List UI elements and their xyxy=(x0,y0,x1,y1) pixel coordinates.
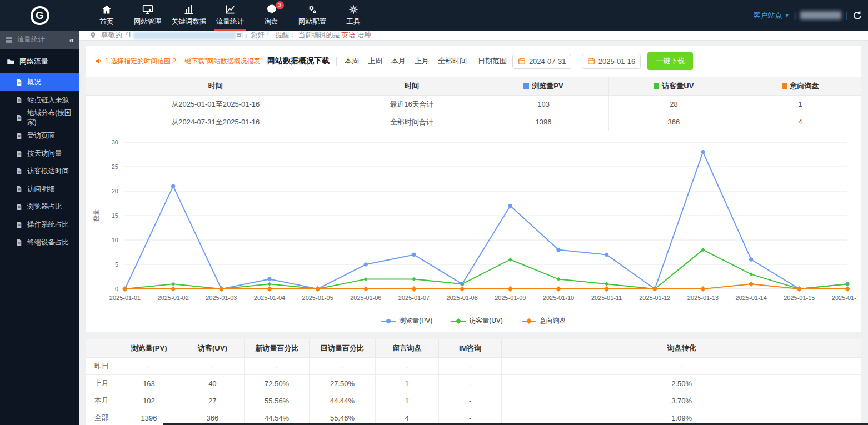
table-cell: 366 xyxy=(608,113,739,131)
announcement-text: 1.选择指定的时间范围 2.一键下载"网站数据概况报表" xyxy=(105,57,263,66)
collapse-sidebar-icon[interactable]: « xyxy=(69,35,74,44)
quick-range-5[interactable]: 全部时间 xyxy=(438,56,467,66)
quick-range-2[interactable]: 上周 xyxy=(368,56,382,66)
summary-col-header: 访客量UV xyxy=(608,77,739,96)
summary-table: 时间时间浏览量PV访客量UV意向询盘从2025-01-01至2025-01-16… xyxy=(86,77,861,131)
sidebar-item-label: 终端设备占比 xyxy=(27,238,69,247)
collapse-group-icon[interactable]: − xyxy=(68,57,73,66)
sidebar-item-8[interactable]: 浏览器占比 xyxy=(0,198,79,216)
sidebar-item-10[interactable]: 终端设备占比 xyxy=(0,233,79,251)
nav-item-5[interactable]: 询盘3 xyxy=(251,0,292,31)
file-icon xyxy=(16,186,23,193)
table-header-row: 浏览量(PV)访客(UV)新访量百分比回访量百分比留言询盘IM咨询询盘转化 xyxy=(86,339,861,358)
row-label: 全部 xyxy=(86,409,117,425)
svg-text:2025-01-08: 2025-01-08 xyxy=(447,294,478,301)
sidebar-menu: 概况站点链入来源地域分布(按国家)受访页面按天访问量访客抵达时间访问明细浏览器占… xyxy=(0,73,79,251)
nav-item-1[interactable]: 首页 xyxy=(86,0,127,31)
nav-item-label: 首页 xyxy=(100,17,114,27)
table-cell: - xyxy=(439,392,502,409)
refresh-icon[interactable] xyxy=(852,11,862,21)
table-cell: - xyxy=(117,358,181,375)
customer-site-label: 客户站点 xyxy=(754,11,782,21)
quick-range-1[interactable]: 本周 xyxy=(345,56,359,66)
table-row: 从2025-01-01至2025-01-16最近16天合计103281 xyxy=(86,96,861,113)
date-to-input[interactable]: 2025-01-16 xyxy=(582,54,641,69)
sidebar-item-1[interactable]: 概况 xyxy=(0,73,79,91)
username-censored xyxy=(800,11,841,19)
logo-g-icon: G xyxy=(31,6,49,25)
traffic-stats-icon xyxy=(225,4,236,15)
nav-item-2[interactable]: 网站管理 xyxy=(127,0,168,31)
quick-range-3[interactable]: 本月 xyxy=(391,56,406,66)
website-manage-icon xyxy=(142,4,153,15)
row-label: 本月 xyxy=(86,392,117,409)
quick-range-4[interactable]: 上月 xyxy=(415,56,429,66)
table-cell: 从2024-07-31至2025-01-16 xyxy=(86,113,345,131)
sidebar-item-6[interactable]: 访客抵达时间 xyxy=(0,162,79,180)
tools-icon xyxy=(348,4,359,15)
customer-site-dropdown[interactable]: 客户站点 ▼ xyxy=(754,11,790,21)
file-icon xyxy=(16,203,23,211)
one-click-download-button[interactable]: 一键下载 xyxy=(647,52,693,70)
svg-text:数量: 数量 xyxy=(93,209,99,222)
divider: | xyxy=(846,11,848,20)
sidebar-item-5[interactable]: 按天访问量 xyxy=(0,144,79,162)
legend-item-3[interactable]: 意向询盘 xyxy=(522,316,566,326)
nav-item-label: 网站管理 xyxy=(134,17,162,27)
sidebar-item-label: 概况 xyxy=(27,78,41,87)
file-icon xyxy=(16,221,23,228)
location-pin-icon xyxy=(89,32,97,39)
navbar-right: 客户站点 ▼ | | xyxy=(754,0,862,31)
inquiry-icon xyxy=(266,4,277,15)
table-row: 从2024-07-31至2025-01-16全部时间合计13963664 xyxy=(86,113,861,131)
sidebar-header: 流量统计 « xyxy=(0,31,79,49)
date-from-input[interactable]: 2024-07-31 xyxy=(512,54,572,69)
nav-item-6[interactable]: 网站配置 xyxy=(292,0,333,31)
sidebar-item-4[interactable]: 受访页面 xyxy=(0,127,79,144)
legend-label: 意向询盘 xyxy=(540,316,566,326)
table-header-row: 时间时间浏览量PV访客量UV意向询盘 xyxy=(86,77,861,96)
sidebar-item-label: 访客抵达时间 xyxy=(27,167,69,176)
nav-item-3[interactable]: 关键词数据 xyxy=(168,0,209,31)
svg-text:2025-01-09: 2025-01-09 xyxy=(495,294,526,301)
divider xyxy=(336,57,337,66)
summary-col-header: 意向询盘 xyxy=(739,77,861,96)
nav-item-label: 询盘 xyxy=(265,17,278,27)
table-cell: 1 xyxy=(739,96,861,113)
series-color-swatch xyxy=(523,83,529,89)
summary-col-header: 时间 xyxy=(345,77,478,96)
detail-col-header: 浏览量(PV) xyxy=(117,339,181,358)
legend-item-1[interactable]: 浏览量(PV) xyxy=(381,316,432,326)
table-cell: 163 xyxy=(117,375,181,392)
svg-text:2025-01-02: 2025-01-02 xyxy=(158,294,189,301)
detail-col-header: 回访量百分比 xyxy=(310,339,376,358)
sidebar-item-label: 访问明细 xyxy=(27,184,55,194)
company-name-censored xyxy=(133,32,236,39)
table-cell: 27 xyxy=(181,392,244,409)
calendar-icon xyxy=(518,57,526,65)
notification-badge: 3 xyxy=(276,1,284,9)
legend-item-2[interactable]: 访客量(UV) xyxy=(451,316,503,326)
sidebar-item-3[interactable]: 地域分布(按国家) xyxy=(0,109,79,127)
sidebar-item-label: 浏览器占比 xyxy=(27,202,62,212)
table-row: 上月1634072.50%27.50%1-2.50% xyxy=(86,375,861,392)
sidebar-item-7[interactable]: 访问明细 xyxy=(0,180,79,198)
table-cell: 72.50% xyxy=(245,375,310,392)
sidebar-group-label: 网络流量 xyxy=(19,57,64,67)
detail-col-header: 询盘转化 xyxy=(502,339,861,358)
chart-area: 051015202530数量2025-01-012025-01-022025-0… xyxy=(86,131,861,314)
sidebar-item-2[interactable]: 站点链入来源 xyxy=(0,91,79,109)
sidebar-item-label: 受访页面 xyxy=(27,131,55,141)
table-cell: 最近16天合计 xyxy=(345,96,478,113)
series-color-swatch xyxy=(782,83,787,89)
brand-logo[interactable]: G xyxy=(0,0,79,31)
sidebar-item-9[interactable]: 操作系统占比 xyxy=(0,216,79,233)
table-cell: 1 xyxy=(375,392,438,409)
main-nav: 首页网站管理关键词数据流量统计询盘3网站配置工具 xyxy=(86,0,374,31)
svg-text:2025-01-15: 2025-01-15 xyxy=(784,294,815,301)
sidebar-group-network-traffic[interactable]: 网络流量 − xyxy=(0,49,79,73)
sidebar: 流量统计 « 网络流量 − 概况站点链入来源地域分布(按国家)受访页面按天访问量… xyxy=(0,31,79,425)
nav-item-4[interactable]: 流量统计 xyxy=(209,0,251,31)
horizontal-scrollbar[interactable] xyxy=(163,423,868,425)
nav-item-7[interactable]: 工具 xyxy=(333,0,374,31)
